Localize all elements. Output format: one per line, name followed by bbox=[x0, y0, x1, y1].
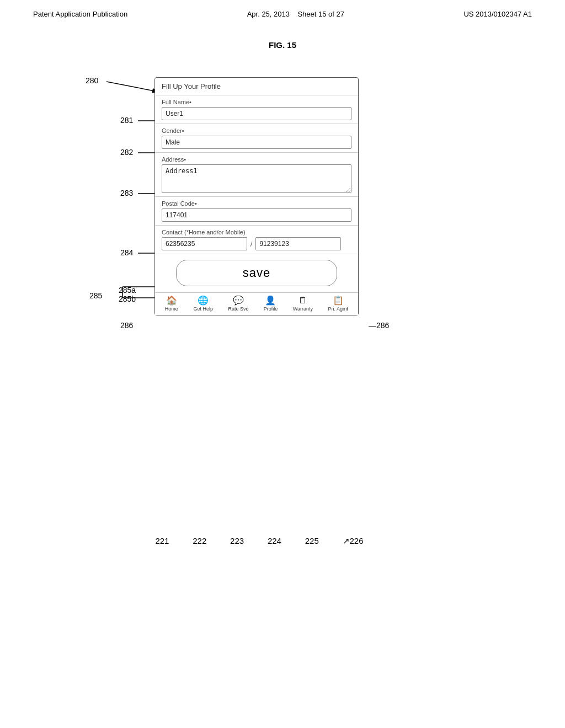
profile-icon: 👤 bbox=[265, 296, 276, 305]
ref-223: 223 bbox=[230, 536, 244, 546]
line-281 bbox=[120, 116, 156, 126]
postal-input[interactable] bbox=[162, 208, 351, 222]
figure-title: FIG. 15 bbox=[0, 40, 565, 50]
nav-ratesvc[interactable]: 💬 Rate Svc bbox=[228, 296, 249, 312]
line-285 bbox=[89, 281, 157, 303]
full-name-input[interactable] bbox=[162, 107, 351, 120]
form-header: Fill Up Your Profile bbox=[155, 78, 358, 95]
nav-priagmt[interactable]: 📋 Pri. Agmt bbox=[328, 296, 349, 312]
address-input[interactable] bbox=[162, 164, 351, 193]
contact-home-input[interactable] bbox=[162, 237, 247, 250]
gender-input[interactable] bbox=[162, 136, 351, 149]
ratesvc-icon: 💬 bbox=[233, 296, 244, 305]
ref-224: 224 bbox=[268, 536, 281, 546]
header-right: US 2013/0102347 A1 bbox=[463, 10, 532, 18]
line-284 bbox=[120, 248, 156, 258]
header-center: Apr. 25, 2013 Sheet 15 of 27 bbox=[247, 10, 344, 18]
contact-divider: / bbox=[250, 240, 253, 248]
ref-221: 221 bbox=[155, 536, 169, 546]
ref-225: 225 bbox=[305, 536, 319, 546]
nav-profile[interactable]: 👤 Profile bbox=[264, 296, 278, 312]
ref-286-left: 286 bbox=[120, 321, 133, 330]
nav-gethelp-label: Get Help bbox=[193, 306, 213, 312]
diagram-container: 280 281 282 283 284 285 285a 285b bbox=[0, 66, 565, 563]
nav-gethelp[interactable]: 🌐 Get Help bbox=[193, 296, 213, 312]
page-header: Patent Application Publication Apr. 25, … bbox=[0, 0, 565, 24]
postal-label: Postal Code• bbox=[162, 200, 351, 207]
nav-ratesvc-label: Rate Svc bbox=[228, 306, 249, 312]
nav-home[interactable]: 🏠 Home bbox=[165, 296, 178, 312]
save-button[interactable]: save bbox=[176, 260, 337, 286]
address-label: Address• bbox=[162, 156, 351, 163]
nav-warranty-label: Warranty bbox=[293, 306, 313, 312]
nav-bar: 🏠 Home 🌐 Get Help 💬 Rate Svc 👤 Profile 🗒 bbox=[155, 292, 358, 315]
gethelp-icon: 🌐 bbox=[198, 296, 209, 305]
line-283 bbox=[120, 189, 156, 199]
address-field-group: Address• bbox=[155, 153, 358, 197]
gender-label: Gender• bbox=[162, 127, 351, 134]
line-282 bbox=[120, 148, 156, 158]
save-section: save bbox=[155, 254, 358, 292]
header-left: Patent Application Publication bbox=[33, 10, 127, 18]
nav-priagmt-label: Pri. Agmt bbox=[328, 306, 349, 312]
home-icon: 🏠 bbox=[166, 296, 177, 305]
full-name-field-group: Full Name• bbox=[155, 95, 358, 124]
contact-row: / bbox=[162, 237, 351, 250]
warranty-icon: 🗒 bbox=[299, 296, 307, 305]
ref-226: ↗226 bbox=[343, 536, 364, 546]
form-section: Fill Up Your Profile Full Name• Gender• … bbox=[155, 78, 358, 315]
phone-mockup: Fill Up Your Profile Full Name• Gender• … bbox=[154, 77, 359, 315]
postal-field-group: Postal Code• bbox=[155, 197, 358, 226]
arrow-280 bbox=[86, 76, 163, 98]
ref-286-right: —286 bbox=[369, 321, 389, 330]
full-name-label: Full Name• bbox=[162, 99, 351, 105]
nav-profile-label: Profile bbox=[264, 306, 278, 312]
contact-label: Contact (*Home and/or Mobile) bbox=[162, 229, 351, 235]
contact-mobile-input[interactable] bbox=[255, 237, 341, 250]
nav-home-label: Home bbox=[165, 306, 178, 312]
contact-field-group: Contact (*Home and/or Mobile) / bbox=[155, 226, 358, 254]
bottom-refs: 221 222 223 224 225 ↗226 bbox=[143, 536, 375, 546]
priagmt-icon: 📋 bbox=[333, 296, 344, 305]
svg-line-0 bbox=[106, 82, 157, 92]
gender-field-group: Gender• bbox=[155, 124, 358, 153]
nav-warranty[interactable]: 🗒 Warranty bbox=[293, 296, 313, 312]
ref-222: 222 bbox=[193, 536, 206, 546]
